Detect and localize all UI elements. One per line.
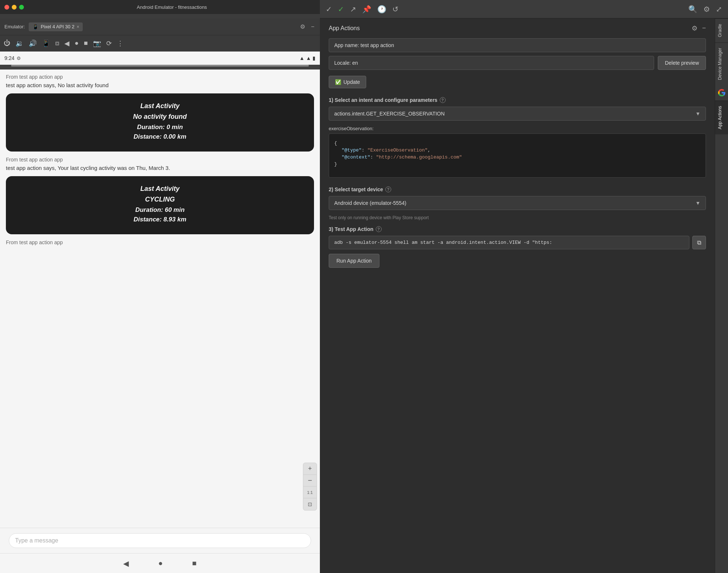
fold-icon[interactable]: ⧈	[55, 39, 59, 47]
maximize-button[interactable]	[19, 5, 24, 10]
close-button[interactable]	[4, 5, 9, 10]
rotate-icon[interactable]: 📱	[42, 39, 50, 47]
arrow-up-right-icon[interactable]: ↗	[350, 5, 356, 14]
activity-card-2: Last Activity CYCLING Duration: 60 min D…	[6, 176, 314, 234]
screenshot-icon[interactable]: 📷	[93, 39, 101, 47]
volume-up-icon[interactable]: 🔊	[29, 39, 37, 47]
phone-status-bar: 9:24 ⚙ ▲ ▲ ▮	[0, 51, 320, 65]
section1-label: 1) Select an intent and configure parame…	[329, 97, 706, 103]
device-value: Android device (emulator-5554)	[334, 200, 406, 206]
locale-row: Delete preview	[329, 56, 706, 70]
message-text-1: test app action says, No last activity f…	[6, 82, 314, 88]
more-icon[interactable]: ⋮	[117, 39, 124, 47]
home-icon[interactable]: ●	[75, 39, 79, 47]
recents-icon[interactable]: ■	[84, 39, 88, 47]
code-line-4: }	[334, 161, 700, 167]
section3-label: 3) Test App Action ?	[329, 226, 706, 232]
device-manager-tab[interactable]: Device Manager	[715, 42, 728, 85]
header-icons: ⚙ −	[692, 24, 706, 32]
card2-value: CYCLING	[15, 196, 305, 203]
tab-close-button[interactable]: ×	[76, 24, 79, 29]
section3-help-icon[interactable]: ?	[376, 226, 382, 232]
card1-distance: Distance: 0.00 km	[15, 133, 305, 140]
right-tabs: Gradle Device Manager App Actions	[715, 18, 728, 573]
command-row: ⧉	[329, 236, 706, 249]
device-section: Android device (emulator-5554) ▼ Test on…	[329, 196, 706, 220]
code-line-2: "@type": "ExerciseObservation",	[334, 147, 700, 153]
zoom-out-button[interactable]: −	[303, 475, 317, 487]
right-panel-toolbar: ✓ ✓ ↗ 📌 🕐 ↺ 🔍 ⚙ ⤢	[320, 0, 728, 18]
emulator-settings-icon[interactable]: ⚙	[299, 22, 306, 31]
message-input-area[interactable]: Type a message	[0, 528, 320, 553]
expand-icon[interactable]: ⤢	[716, 5, 722, 14]
status-time: 9:24	[4, 55, 14, 61]
app-actions-tab[interactable]: App Actions	[715, 100, 728, 134]
card1-title: Last Activity	[15, 102, 305, 110]
volume-down-icon[interactable]: 🔉	[15, 39, 24, 47]
delete-preview-button[interactable]: Delete preview	[658, 56, 706, 70]
code-editor[interactable]: { "@type": "ExerciseObservation", "@cont…	[329, 134, 706, 178]
gradle-tab[interactable]: Gradle	[715, 18, 728, 42]
phone-content: From test app action app test app action…	[0, 70, 320, 528]
card2-distance: Distance: 8.93 km	[15, 216, 305, 223]
locale-input[interactable]	[329, 56, 654, 70]
window-title: Android Emulator - fitnessactions	[28, 4, 315, 10]
device-icons-row: ⏻ 🔉 🔊 📱 ⧈ ◀ ● ■ 📷 ⟳ ⋮	[0, 35, 320, 51]
minimize-button[interactable]	[12, 5, 17, 10]
message-text-2: test app action says, Your last cycling …	[6, 165, 314, 171]
scroll-indicator	[11, 65, 309, 67]
app-actions-title: App Actions	[329, 25, 360, 32]
zoom-in-button[interactable]: +	[303, 463, 317, 475]
app-actions-content: App Actions ⚙ − Delete preview	[320, 18, 715, 573]
battery-icon: ▮	[313, 55, 315, 61]
code-line-3: "@context": "http://schema.googleapis.co…	[334, 154, 700, 160]
update-button[interactable]: ✅ Update	[329, 76, 366, 88]
run-app-action-button[interactable]: Run App Action	[329, 254, 379, 268]
recents-nav-button[interactable]: ■	[192, 559, 197, 567]
section1-help-icon[interactable]: ?	[440, 97, 446, 103]
replay-icon[interactable]: ⟳	[106, 39, 112, 47]
back-nav-button[interactable]: ◀	[123, 559, 129, 568]
panel-settings-icon[interactable]: ⚙	[692, 24, 697, 32]
pin-icon[interactable]: 📌	[362, 5, 371, 14]
copy-button[interactable]: ⧉	[692, 236, 706, 249]
device-name: Pixel 4 API 30 2	[41, 24, 75, 29]
device-tab[interactable]: 📱 Pixel 4 API 30 2 ×	[29, 22, 83, 31]
power-icon[interactable]: ⏻	[4, 39, 10, 47]
section2-help-icon[interactable]: ?	[385, 186, 391, 192]
app-name-input[interactable]	[329, 38, 706, 52]
message-label-1: From test app action app	[6, 74, 314, 80]
checkmark2-icon[interactable]: ✓	[338, 5, 344, 14]
fit-screen-button[interactable]: ⊡	[303, 498, 317, 510]
activity-card-1: Last Activity No activity found Duration…	[6, 93, 314, 152]
home-nav-button[interactable]: ●	[158, 559, 163, 567]
settings-status-icon: ⚙	[17, 56, 21, 61]
zoom-controls: + − 1:1 ⊡	[303, 463, 317, 510]
back-icon[interactable]: ◀	[64, 39, 69, 47]
panel-minimize-icon[interactable]: −	[702, 24, 706, 32]
settings-icon[interactable]: ⚙	[703, 5, 710, 14]
intent-value: actions.intent.GET_EXERCISE_OBSERVATION	[334, 111, 445, 117]
emulator-label: Emulator:	[4, 24, 25, 29]
message-label-3: From test app action app	[6, 239, 314, 245]
status-icons: ▲ ▲ ▮	[299, 55, 315, 61]
emulator-title-bar: Android Emulator - fitnessactions	[0, 0, 320, 14]
emulator-minimize-icon[interactable]: −	[310, 22, 315, 31]
command-input[interactable]	[329, 236, 689, 249]
zoom-reset-button[interactable]: 1:1	[303, 487, 317, 498]
checkmark-icon[interactable]: ✓	[326, 5, 332, 14]
phone-nav-bar: ◀ ● ■	[0, 553, 320, 573]
clock-icon[interactable]: 🕐	[377, 5, 386, 14]
undo-icon[interactable]: ↺	[392, 5, 399, 14]
param-label: exerciseObservation:	[329, 126, 706, 131]
card1-value: No activity found	[15, 113, 305, 121]
message-input-field[interactable]: Type a message	[9, 533, 311, 548]
update-check-icon: ✅	[335, 79, 341, 85]
card2-duration: Duration: 60 min	[15, 206, 305, 214]
device-dropdown[interactable]: Android device (emulator-5554) ▼	[329, 196, 706, 210]
app-actions-header: App Actions ⚙ −	[329, 24, 706, 32]
device-hint: Test only on running device with Play St…	[329, 215, 706, 220]
intent-dropdown[interactable]: actions.intent.GET_EXERCISE_OBSERVATION …	[329, 107, 706, 121]
search-icon[interactable]: 🔍	[688, 5, 697, 14]
message-placeholder: Type a message	[15, 537, 305, 544]
